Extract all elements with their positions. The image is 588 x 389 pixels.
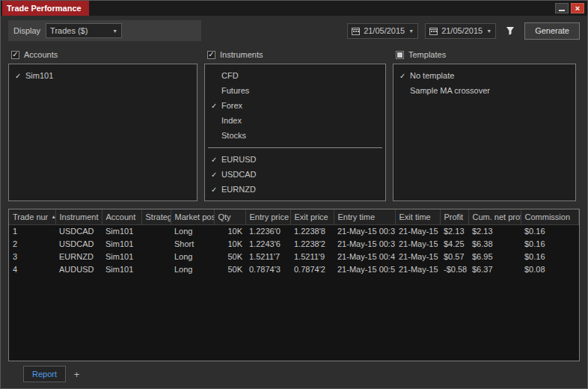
table-cell: 1.2238'2 [290, 238, 334, 251]
table-cell [141, 251, 171, 263]
list-item[interactable]: ✓No template [393, 68, 575, 83]
chevron-down-icon: ▼ [408, 28, 414, 34]
tab-report[interactable]: Report [23, 366, 66, 382]
filter-button[interactable] [503, 23, 518, 38]
list-item-label: No template [410, 71, 454, 80]
table-cell: $0.16 [521, 238, 579, 251]
table-cell: $2.13 [468, 225, 521, 238]
column-header[interactable]: Profit [440, 209, 468, 225]
list-item[interactable]: Sample MA crossover [393, 83, 575, 98]
table-cell: 2 [9, 238, 55, 251]
column-header[interactable]: Market pos. [171, 209, 214, 225]
table-cell: $0.08 [521, 263, 579, 276]
trades-table-container: Trade nur▲InstrumentAccountStrategyMarke… [8, 209, 580, 361]
column-header[interactable]: Strategy [141, 209, 171, 225]
table-cell: AUDUSD [55, 263, 102, 276]
list-item[interactable]: ✓AUDUSD [205, 197, 385, 201]
table-cell: USDCAD [55, 225, 102, 238]
list-item-label: Sim101 [25, 71, 53, 80]
table-cell: Short [171, 238, 214, 251]
table-cell: 21-May-15 00:39 [334, 238, 395, 251]
table-row[interactable]: 4AUDUSDSim101Long50K0.7874'30.7874'221-M… [9, 263, 579, 276]
table-cell: Sim101 [102, 251, 141, 263]
list-item[interactable]: Stocks [205, 128, 385, 143]
minimize-icon [559, 10, 565, 11]
list-item[interactable]: ✓EURNZD [205, 182, 385, 197]
list-item[interactable]: ✓USDCAD [205, 167, 385, 182]
templates-checkbox[interactable] [396, 51, 404, 59]
accounts-panel: ✓ Accounts ✓Sim101 [8, 46, 197, 201]
table-cell: $4.25 [440, 238, 468, 251]
column-header[interactable]: Cum. net profit [468, 209, 521, 225]
display-strip: Display Trades ($) ▼ [8, 20, 201, 41]
table-cell: 21-May-15 0 [395, 263, 440, 276]
table-cell: Sim101 [102, 225, 141, 238]
column-header[interactable]: Qty [214, 209, 245, 225]
plus-icon: + [74, 369, 80, 380]
table-cell: 10K [214, 238, 245, 251]
generate-button[interactable]: Generate [524, 22, 580, 40]
minimize-button[interactable] [555, 3, 569, 13]
table-row[interactable]: 3EURNZDSim101Long50K1.5211'71.5211'921-M… [9, 251, 579, 263]
table-cell [141, 225, 171, 238]
templates-list: ✓No templateSample MA crossover [393, 64, 576, 201]
column-header[interactable]: Account [102, 209, 141, 225]
titlebar: Trade Performance × [1, 1, 587, 16]
table-cell: $0.16 [521, 251, 579, 263]
table-row[interactable]: 1USDCADSim101Long10K1.2236'01.2238'821-M… [9, 225, 579, 238]
table-cell: 50K [214, 263, 245, 276]
column-header[interactable]: Exit time [395, 209, 440, 225]
check-icon: ✓ [15, 72, 25, 80]
close-button[interactable]: × [571, 3, 584, 13]
table-cell: 1.5211'7 [245, 251, 290, 263]
table-cell: $0.57 [440, 251, 468, 263]
table-cell: 1.2243'6 [245, 238, 290, 251]
add-tab-button[interactable]: + [70, 368, 83, 381]
table-row[interactable]: 2USDCADSim101Short10K1.2243'61.2238'221-… [9, 238, 579, 251]
table-cell: $2.13 [440, 225, 468, 238]
column-header[interactable]: Exit price [290, 209, 334, 225]
instruments-checkbox[interactable]: ✓ [207, 51, 215, 59]
column-header[interactable]: Instrument [55, 209, 102, 225]
instruments-box: CFDFutures✓ForexIndexStocks ✓EURUSD✓USDC… [204, 64, 386, 201]
table-cell: 0.7874'3 [245, 263, 290, 276]
list-item-label: USDCAD [221, 170, 256, 179]
tabbar: Report + [1, 361, 587, 388]
list-item[interactable]: CFD [205, 68, 385, 83]
list-item-label: EURUSD [221, 155, 256, 164]
date-to-value: 21/05/2015 [441, 26, 483, 35]
table-cell: Long [171, 251, 214, 263]
divider [208, 147, 382, 148]
table-cell: 1.2238'8 [290, 225, 334, 238]
date-from-picker[interactable]: 21/05/2015 ▼ [347, 23, 418, 39]
accounts-list: ✓Sim101 [8, 64, 197, 201]
window-controls: × [555, 3, 584, 13]
column-header[interactable]: Commission [521, 209, 579, 225]
table-cell: 21-May-15 0 [395, 238, 440, 251]
table-cell: Sim101 [102, 238, 141, 251]
column-header[interactable]: Trade nur▲ [9, 209, 55, 225]
table-cell: 0.7874'2 [290, 263, 334, 276]
list-item[interactable]: ✓Sim101 [9, 68, 197, 83]
list-item-label: Index [221, 116, 242, 125]
display-dropdown[interactable]: Trades ($) ▼ [46, 23, 122, 38]
window-title: Trade Performance [2, 1, 89, 16]
check-icon: ✓ [211, 200, 221, 202]
column-header[interactable]: Entry price [245, 209, 290, 225]
table-cell: 21-May-15 00:50 [334, 263, 395, 276]
tab-report-label: Report [32, 370, 57, 379]
list-item[interactable]: ✓EURUSD [205, 152, 385, 167]
list-item[interactable]: Futures [205, 83, 385, 98]
table-cell: 1 [9, 225, 55, 238]
date-from-value: 21/05/2015 [364, 26, 405, 35]
accounts-checkbox[interactable]: ✓ [11, 51, 19, 59]
column-header[interactable]: Entry time [334, 209, 395, 225]
table-cell: 21-May-15 0 [395, 225, 440, 238]
filter-panels: ✓ Accounts ✓Sim101 ✓ Instruments CFDFutu… [1, 46, 587, 201]
list-item[interactable]: ✓Forex [205, 98, 385, 113]
date-to-picker[interactable]: 21/05/2015 ▼ [425, 23, 496, 39]
filter-icon [506, 26, 515, 35]
list-item[interactable]: Index [205, 113, 385, 128]
table-cell: Sim101 [102, 263, 141, 276]
close-icon: × [575, 4, 580, 13]
